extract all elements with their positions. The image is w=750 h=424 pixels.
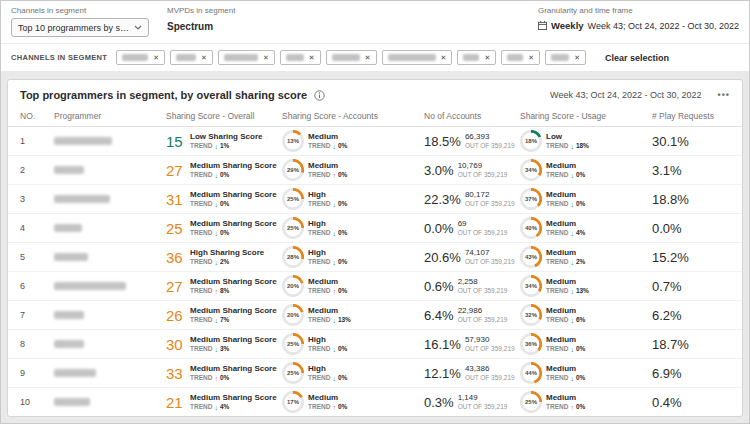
overall-score-cell: 27 Medium Sharing Score TREND ↑ 8% (166, 278, 282, 295)
accounts-score-gauge: 25% (282, 333, 304, 355)
accounts-trend: TREND ↓ 0% (308, 346, 347, 353)
no-of-accounts-cell: 16.1% 57,930 OUT OF 359,219 (424, 336, 520, 353)
usage-trend: TREND ↓ 4% (546, 230, 585, 237)
table-row[interactable]: 9 33 Medium Sharing Score TREND ↑ 0% 25%… (8, 359, 742, 388)
chip-remove-icon[interactable]: ✕ (365, 54, 371, 61)
table-row[interactable]: 4 25 Medium Sharing Score TREND ↓ 0% 25%… (8, 214, 742, 243)
overall-score-value: 25 (166, 220, 186, 237)
overall-trend: TREND ↑ 0% (190, 375, 277, 382)
table-row[interactable]: 1 15 Low Sharing Score TREND ↓ 1% 13% Me… (8, 127, 742, 156)
accounts-out-of: OUT OF 359,219 (465, 259, 515, 266)
clear-selection-button[interactable]: Clear selection (605, 53, 669, 63)
usage-score-label: Medium (546, 191, 585, 199)
accounts-count: 22,986 (458, 307, 508, 315)
usage-score-label: Medium (546, 307, 585, 315)
channel-chip[interactable]: ✕ (545, 50, 586, 65)
accounts-percentage: 18.5% (424, 134, 461, 149)
channel-chip[interactable]: ✕ (170, 50, 213, 65)
table-row[interactable]: 6 27 Medium Sharing Score TREND ↑ 8% 20%… (8, 272, 742, 301)
overall-score-cell: 30 Medium Sharing Score TREND ↓ 3% (166, 336, 282, 353)
channel-chip[interactable]: ✕ (280, 50, 321, 65)
overall-trend: TREND ↓ 4% (190, 404, 277, 411)
accounts-out-of: OUT OF 359,219 (458, 172, 508, 179)
accounts-out-of: OUT OF 359,219 (458, 404, 508, 411)
accounts-score-label: High (308, 220, 347, 228)
accounts-count: 80,172 (465, 191, 515, 199)
chip-remove-icon[interactable]: ✕ (484, 54, 490, 61)
row-number: 10 (20, 397, 54, 407)
overall-score-cell: 33 Medium Sharing Score TREND ↑ 0% (166, 365, 282, 382)
column-header-no-of-accounts: No of Accounts (424, 111, 520, 121)
channels-dropdown[interactable]: Top 10 programmers by shari... (11, 18, 149, 37)
accounts-out-of: OUT OF 359,219 (458, 317, 508, 324)
channel-chip[interactable]: ✕ (382, 50, 453, 65)
panel-title: Top programmers in segment, by overall s… (20, 89, 307, 101)
table-row[interactable]: 3 31 Medium Sharing Score TREND ↓ 0% 25%… (8, 185, 742, 214)
more-options-icon[interactable]: ••• (718, 90, 730, 100)
chip-remove-icon[interactable]: ✕ (201, 54, 207, 61)
table-row[interactable]: 5 36 High Sharing Score TREND ↓ 2% 28% H… (8, 243, 742, 272)
play-requests-percentage: 0.0% (652, 221, 682, 236)
channels-filter: Channels in segment Top 10 programmers b… (11, 6, 149, 37)
granularity-value: Weekly (551, 20, 584, 31)
accounts-score-label: Medium (308, 307, 351, 315)
accounts-score-cell: 28% High TREND ↓ 0% (282, 246, 424, 268)
info-icon[interactable] (314, 90, 325, 101)
filter-bar: Channels in segment Top 10 programmers b… (1, 1, 749, 44)
chip-remove-icon[interactable]: ✕ (574, 54, 580, 61)
overall-score-cell: 31 Medium Sharing Score TREND ↓ 0% (166, 191, 282, 208)
overall-score-cell: 26 Medium Sharing Score TREND ↓ 7% (166, 307, 282, 324)
programmer-name-redacted (54, 137, 112, 145)
channel-chips: ✕ ✕ ✕ ✕ ✕ ✕ ✕ ✕ ✕ (116, 50, 586, 65)
channel-chip[interactable]: ✕ (326, 50, 377, 65)
channel-chip[interactable]: ✕ (218, 50, 275, 65)
timeframe-control[interactable]: Weekly Week 43; Oct 24, 2022 - Oct 30, 2… (538, 18, 739, 31)
trend-arrow-icon: ↓ (570, 317, 574, 324)
overall-trend: TREND ↓ 2% (190, 259, 264, 266)
granularity-filter-label: Granularity and time frame (538, 6, 739, 15)
timeframe-value: Week 43; Oct 24, 2022 - Oct 30, 2022 (588, 21, 739, 31)
trend-arrow-icon: ↓ (214, 259, 218, 266)
no-of-accounts-cell: 0.3% 1,149 OUT OF 359,219 (424, 394, 520, 411)
accounts-score-label: Medium (308, 278, 347, 286)
usage-score-cell: 36% Medium TREND ↓ 0% (520, 333, 652, 355)
overall-trend: TREND ↓ 7% (190, 317, 277, 324)
overall-score-label: Medium Sharing Score (190, 307, 277, 315)
usage-score-label: Medium (546, 249, 585, 257)
accounts-trend: TREND ↑ 0% (308, 172, 347, 179)
usage-trend: TREND ↓ 0% (546, 375, 585, 382)
usage-score-cell: 32% Medium TREND ↓ 6% (520, 304, 652, 326)
chip-remove-icon[interactable]: ✕ (528, 54, 534, 61)
overall-trend: TREND ↓ 3% (190, 346, 277, 353)
chip-remove-icon[interactable]: ✕ (441, 54, 447, 61)
channels-filter-label: Channels in segment (11, 6, 149, 15)
accounts-score-gauge: 28% (282, 246, 304, 268)
overall-score-label: High Sharing Score (190, 249, 264, 257)
chip-remove-icon[interactable]: ✕ (263, 54, 269, 61)
accounts-score-label: Medium (308, 394, 347, 402)
usage-score-label: Medium (546, 278, 589, 286)
table-row[interactable]: 8 30 Medium Sharing Score TREND ↓ 3% 25%… (8, 330, 742, 359)
programmer-name-redacted (54, 195, 110, 203)
programmer-cell (54, 253, 166, 261)
channel-chip[interactable]: ✕ (116, 50, 165, 65)
panel-timeframe: Week 43; Oct 24, 2022 - Oct 30, 2022 (550, 90, 701, 100)
mvpds-filter-value[interactable]: Spectrum (167, 18, 235, 32)
chip-remove-icon[interactable]: ✕ (153, 54, 159, 61)
overall-trend: TREND ↓ 1% (190, 143, 262, 150)
accounts-percentage: 0.0% (424, 221, 454, 236)
overall-score-cell: 21 Medium Sharing Score TREND ↓ 4% (166, 394, 282, 411)
table-row[interactable]: 2 27 Medium Sharing Score TREND ↓ 0% 29%… (8, 156, 742, 185)
chip-remove-icon[interactable]: ✕ (309, 54, 315, 61)
channel-chip-label-redacted (286, 54, 304, 61)
trend-arrow-icon: ↓ (570, 143, 574, 150)
table-row[interactable]: 10 21 Medium Sharing Score TREND ↓ 4% 17… (8, 388, 742, 416)
top-programmers-panel: Top programmers in segment, by overall s… (7, 79, 743, 417)
channel-chip-label-redacted (122, 54, 148, 61)
channel-chip[interactable]: ✕ (501, 50, 540, 65)
usage-score-label: Medium (546, 220, 585, 228)
table-row[interactable]: 7 26 Medium Sharing Score TREND ↓ 7% 20%… (8, 301, 742, 330)
play-requests-cell: 0.7% (652, 279, 730, 294)
accounts-trend: TREND ↓ 13% (308, 317, 351, 324)
channel-chip[interactable]: ✕ (457, 50, 496, 65)
